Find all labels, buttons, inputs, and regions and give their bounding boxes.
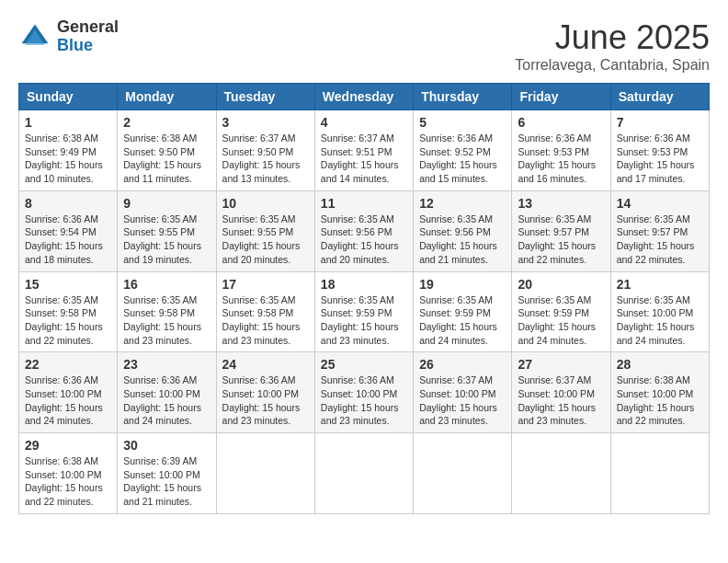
sunrise-label: Sunrise: 6:37 AM [321,132,394,144]
day-info: Sunrise: 6:35 AM Sunset: 9:59 PM Dayligh… [518,293,604,348]
daylight-label: Daylight: 15 hours and 14 minutes. [321,159,399,184]
daylight-label: Daylight: 15 hours and 23 minutes. [518,402,596,427]
day-info: Sunrise: 6:35 AM Sunset: 9:56 PM Dayligh… [321,213,407,267]
calendar-cell: 10 Sunrise: 6:35 AM Sunset: 9:55 PM Dayl… [216,190,314,271]
calendar-cell: 6 Sunrise: 6:36 AM Sunset: 9:53 PM Dayli… [512,110,610,191]
sunset-label: Sunset: 9:54 PM [25,226,97,237]
weekday-header: Wednesday [314,84,413,110]
calendar-week-row: 8 Sunrise: 6:36 AM Sunset: 9:54 PM Dayli… [19,190,710,271]
calendar-cell: 13 Sunrise: 6:35 AM Sunset: 9:57 PM Dayl… [512,190,610,271]
calendar-cell: 9 Sunrise: 6:35 AM Sunset: 9:55 PM Dayli… [118,190,216,271]
calendar-cell: 29 Sunrise: 6:38 AM Sunset: 10:00 PM Day… [19,433,118,514]
sunrise-label: Sunrise: 6:36 AM [222,374,296,385]
day-number: 5 [419,115,506,130]
daylight-label: Daylight: 15 hours and 24 minutes. [123,402,201,427]
calendar-cell: 17 Sunrise: 6:35 AM Sunset: 9:58 PM Dayl… [216,271,314,352]
day-info: Sunrise: 6:35 AM Sunset: 9:57 PM Dayligh… [617,213,703,267]
sunset-label: Sunset: 9:53 PM [617,146,688,157]
day-number: 28 [617,357,703,372]
sunrise-label: Sunrise: 6:36 AM [518,132,591,144]
daylight-label: Daylight: 15 hours and 23 minutes. [222,321,301,346]
day-info: Sunrise: 6:38 AM Sunset: 10:00 PM Daylig… [617,373,703,428]
day-number: 4 [321,115,407,130]
day-info: Sunrise: 6:36 AM Sunset: 9:54 PM Dayligh… [25,213,111,267]
calendar-cell: 21 Sunrise: 6:35 AM Sunset: 10:00 PM Day… [610,271,709,352]
calendar-cell: 28 Sunrise: 6:38 AM Sunset: 10:00 PM Day… [610,352,709,433]
calendar-cell: 5 Sunrise: 6:36 AM Sunset: 9:52 PM Dayli… [414,110,512,191]
logo: General Blue [18,18,119,55]
day-info: Sunrise: 6:36 AM Sunset: 10:00 PM Daylig… [25,373,111,428]
day-info: Sunrise: 6:35 AM Sunset: 9:57 PM Dayligh… [518,213,604,267]
sunset-label: Sunset: 10:00 PM [617,307,693,318]
daylight-label: Daylight: 15 hours and 24 minutes. [419,321,497,346]
day-number: 20 [518,277,604,292]
sunrise-label: Sunrise: 6:35 AM [518,213,591,224]
sunset-label: Sunset: 9:59 PM [321,307,392,318]
day-info: Sunrise: 6:38 AM Sunset: 10:00 PM Daylig… [25,454,111,509]
day-info: Sunrise: 6:37 AM Sunset: 10:00 PM Daylig… [518,373,604,428]
day-info: Sunrise: 6:35 AM Sunset: 9:58 PM Dayligh… [222,293,309,348]
sunset-label: Sunset: 9:58 PM [222,307,294,318]
title-area: June 2025 Torrelavega, Cantabria, Spain [515,18,710,74]
day-number: 7 [617,115,703,130]
weekday-header: Tuesday [216,84,314,110]
day-number: 27 [518,357,604,372]
daylight-label: Daylight: 15 hours and 24 minutes. [25,402,103,427]
day-info: Sunrise: 6:36 AM Sunset: 10:00 PM Daylig… [222,373,309,428]
day-info: Sunrise: 6:36 AM Sunset: 9:53 PM Dayligh… [518,132,604,186]
daylight-label: Daylight: 15 hours and 18 minutes. [25,240,103,265]
calendar: SundayMondayTuesdayWednesdayThursdayFrid… [18,83,710,514]
day-number: 14 [617,196,703,211]
day-info: Sunrise: 6:39 AM Sunset: 10:00 PM Daylig… [123,454,210,509]
calendar-cell [314,433,413,514]
day-number: 19 [419,277,506,292]
sunrise-label: Sunrise: 6:36 AM [321,374,394,385]
calendar-cell: 27 Sunrise: 6:37 AM Sunset: 10:00 PM Day… [512,352,610,433]
sunrise-label: Sunrise: 6:39 AM [123,455,197,466]
sunset-label: Sunset: 9:57 PM [617,226,688,237]
calendar-cell [512,433,610,514]
day-number: 29 [25,438,111,453]
calendar-cell: 4 Sunrise: 6:37 AM Sunset: 9:51 PM Dayli… [314,110,413,191]
sunset-label: Sunset: 10:00 PM [617,388,693,399]
calendar-cell: 11 Sunrise: 6:35 AM Sunset: 9:56 PM Dayl… [314,190,413,271]
calendar-cell [216,433,314,514]
day-number: 10 [222,196,309,211]
calendar-cell [610,433,709,514]
sunset-label: Sunset: 9:58 PM [25,307,97,318]
calendar-header-row: SundayMondayTuesdayWednesdayThursdayFrid… [19,84,710,110]
day-info: Sunrise: 6:36 AM Sunset: 9:52 PM Dayligh… [419,132,506,186]
sunrise-label: Sunrise: 6:37 AM [518,374,591,385]
daylight-label: Daylight: 15 hours and 23 minutes. [222,402,301,427]
day-info: Sunrise: 6:36 AM Sunset: 10:00 PM Daylig… [123,373,210,428]
sunrise-label: Sunrise: 6:35 AM [321,213,394,224]
weekday-header: Friday [512,84,610,110]
day-number: 17 [222,277,309,292]
sunset-label: Sunset: 10:00 PM [222,388,299,399]
weekday-header: Thursday [414,84,512,110]
calendar-cell: 19 Sunrise: 6:35 AM Sunset: 9:59 PM Dayl… [414,271,512,352]
calendar-cell: 7 Sunrise: 6:36 AM Sunset: 9:53 PM Dayli… [610,110,709,191]
calendar-cell: 8 Sunrise: 6:36 AM Sunset: 9:54 PM Dayli… [19,190,118,271]
sunrise-label: Sunrise: 6:36 AM [123,374,197,385]
calendar-cell: 1 Sunrise: 6:38 AM Sunset: 9:49 PM Dayli… [19,110,118,191]
calendar-cell: 18 Sunrise: 6:35 AM Sunset: 9:59 PM Dayl… [314,271,413,352]
calendar-cell: 12 Sunrise: 6:35 AM Sunset: 9:56 PM Dayl… [414,190,512,271]
sunrise-label: Sunrise: 6:35 AM [25,294,98,305]
day-info: Sunrise: 6:35 AM Sunset: 9:55 PM Dayligh… [123,213,210,267]
day-info: Sunrise: 6:37 AM Sunset: 10:00 PM Daylig… [419,373,506,428]
sunset-label: Sunset: 9:49 PM [25,146,97,157]
daylight-label: Daylight: 15 hours and 23 minutes. [123,321,201,346]
sunrise-label: Sunrise: 6:35 AM [419,213,493,224]
daylight-label: Daylight: 15 hours and 22 minutes. [617,240,695,265]
calendar-cell [414,433,512,514]
sunrise-label: Sunrise: 6:35 AM [222,213,296,224]
sunset-label: Sunset: 9:58 PM [123,307,195,318]
calendar-cell: 15 Sunrise: 6:35 AM Sunset: 9:58 PM Dayl… [19,271,118,352]
day-number: 16 [123,277,210,292]
day-info: Sunrise: 6:36 AM Sunset: 9:53 PM Dayligh… [617,132,703,186]
daylight-label: Daylight: 15 hours and 23 minutes. [321,321,399,346]
sunrise-label: Sunrise: 6:36 AM [419,132,493,144]
header: General Blue June 2025 Torrelavega, Cant… [18,18,710,74]
sunrise-label: Sunrise: 6:35 AM [321,294,394,305]
